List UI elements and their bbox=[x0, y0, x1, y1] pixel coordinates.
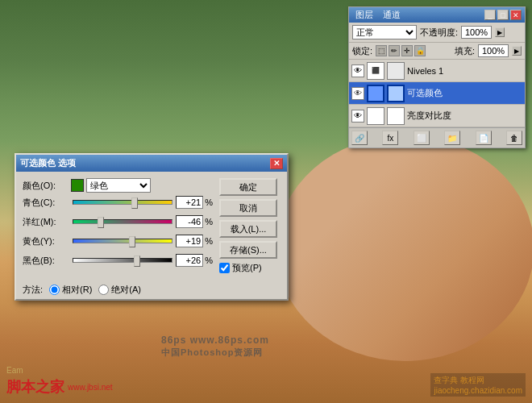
lock-transparent[interactable]: ⬚ bbox=[376, 45, 387, 56]
lock-row: 锁定: ⬚ ✏ ✛ 🔒 填充: 100% ▶ bbox=[349, 43, 525, 60]
right-url: jiaocheng.chazidian.com bbox=[434, 386, 522, 395]
preview-checkbox[interactable] bbox=[219, 263, 230, 273]
magenta-slider-track bbox=[73, 219, 172, 224]
layer-group-btn[interactable]: 📁 bbox=[444, 131, 460, 145]
preview-checkbox-row: 预览(P) bbox=[219, 262, 281, 274]
magenta-label: 洋红(M): bbox=[23, 216, 69, 228]
lock-label: 锁定: bbox=[352, 45, 372, 57]
dialog-close-btn[interactable]: ✕ bbox=[270, 158, 283, 169]
layers-panel-titlebar: 图层 通道 _ □ ✕ bbox=[349, 7, 525, 23]
black-slider-row: 黑色(B): +26 % bbox=[23, 254, 213, 267]
lock-all[interactable]: 🔒 bbox=[414, 45, 426, 56]
cyan-label: 青色(C): bbox=[23, 197, 69, 209]
yellow-value[interactable]: +19 bbox=[176, 235, 203, 247]
panel-maximize-btn[interactable]: □ bbox=[497, 10, 509, 20]
layer-fx-btn[interactable]: fx bbox=[382, 131, 398, 145]
layer-row[interactable]: 👁 亮度对比度 bbox=[349, 105, 525, 127]
save-button[interactable]: 存储(S)... bbox=[219, 241, 277, 259]
layers-panel: 图层 通道 _ □ ✕ 正常 不透明度: 100% ▶ 锁定: ⬚ ✏ ✛ 🔒 … bbox=[348, 6, 526, 148]
layer-mask-btn[interactable]: ⬜ bbox=[414, 131, 430, 145]
layer-thumbnail bbox=[367, 107, 384, 125]
yellow-slider-track bbox=[73, 239, 172, 243]
watermark-right: 查字典 教程网 jiaocheng.chazidian.com bbox=[430, 373, 526, 397]
lock-icons: ⬚ ✏ ✛ 🔒 bbox=[376, 45, 426, 56]
yellow-label: 黄色(Y): bbox=[23, 235, 69, 247]
method-relative-radio[interactable] bbox=[49, 285, 60, 295]
ok-button[interactable]: 确定 bbox=[219, 178, 277, 196]
jbsi-url: www.jbsi.net bbox=[68, 383, 113, 392]
opacity-arrow[interactable]: ▶ bbox=[495, 27, 505, 37]
yellow-slider-container bbox=[73, 239, 172, 243]
black-slider-container bbox=[73, 258, 172, 263]
layer-mask-thumb bbox=[387, 62, 405, 80]
watermark-86ps: 86ps www.86ps.com 中国Photoshop资源网 bbox=[161, 334, 269, 359]
black-slider-thumb[interactable] bbox=[134, 256, 140, 267]
layer-link-btn[interactable]: 🔗 bbox=[351, 131, 368, 145]
color-dropdown[interactable]: 绿色 bbox=[86, 178, 151, 193]
yellow-slider-row: 黄色(Y): +19 % bbox=[23, 235, 213, 247]
load-button[interactable]: 载入(L)... bbox=[219, 220, 277, 238]
cyan-slider-track bbox=[73, 200, 172, 205]
lock-move[interactable]: ✛ bbox=[401, 45, 413, 56]
method-label: 方法: bbox=[23, 284, 43, 296]
black-slider-track bbox=[73, 258, 172, 263]
panel-close-btn[interactable]: ✕ bbox=[510, 10, 522, 20]
layer-thumbnail bbox=[367, 85, 384, 102]
blend-mode-select[interactable]: 正常 bbox=[352, 25, 417, 39]
black-label: 黑色(B): bbox=[23, 255, 69, 267]
dialog-titlebar: 可选颜色 选项 ✕ bbox=[16, 155, 287, 172]
method-absolute[interactable]: 绝对(A) bbox=[98, 284, 141, 296]
method-absolute-label: 绝对(A) bbox=[111, 284, 141, 296]
layer-thumbnail: ⬛ bbox=[367, 62, 384, 80]
dialog-left-panel: 颜色(O): 绿色 青色(C): +21 % 洋红(M): bbox=[23, 178, 213, 274]
watermark-bottom-text: Eam bbox=[6, 366, 23, 375]
fill-arrow[interactable]: ▶ bbox=[512, 46, 522, 56]
magenta-value[interactable]: -46 bbox=[176, 215, 203, 228]
layer-new-btn[interactable]: 📄 bbox=[476, 131, 492, 145]
jbsi-logo: 脚本之家 bbox=[6, 377, 64, 397]
layer-mask-thumb bbox=[387, 107, 405, 125]
cyan-slider-container bbox=[73, 200, 172, 205]
layer-visibility-toggle[interactable]: 👁 bbox=[351, 87, 364, 100]
method-relative-label: 相对(R) bbox=[62, 284, 92, 296]
method-relative[interactable]: 相对(R) bbox=[49, 284, 92, 296]
color-swatch bbox=[71, 179, 84, 192]
color-select-row: 颜色(O): 绿色 bbox=[23, 178, 213, 193]
method-row: 方法: 相对(R) 绝对(A) bbox=[16, 280, 287, 299]
layer-row[interactable]: 👁 可选颜色 bbox=[349, 82, 525, 105]
preview-label: 预览(P) bbox=[232, 262, 262, 274]
black-value[interactable]: +26 bbox=[176, 254, 203, 267]
magenta-pct: % bbox=[205, 217, 213, 226]
tab-layers[interactable]: 图层 bbox=[352, 9, 376, 21]
magenta-slider-thumb[interactable] bbox=[98, 217, 104, 228]
cancel-button[interactable]: 取消 bbox=[219, 199, 277, 217]
opacity-input[interactable]: 100% bbox=[461, 26, 492, 39]
dialog-body: 颜色(O): 绿色 青色(C): +21 % 洋红(M): bbox=[16, 172, 287, 280]
selective-color-dialog: 可选颜色 选项 ✕ 颜色(O): 绿色 青色(C): +21 bbox=[15, 153, 289, 301]
fill-input[interactable]: 100% bbox=[478, 44, 509, 57]
magenta-slider-row: 洋红(M): -46 % bbox=[23, 215, 213, 228]
opacity-label: 不透明度: bbox=[420, 27, 458, 39]
fill-label: 填充: bbox=[455, 45, 475, 57]
cyan-slider-row: 青色(C): +21 % bbox=[23, 196, 213, 209]
cyan-value[interactable]: +21 bbox=[176, 196, 203, 209]
layer-visibility-toggle[interactable]: 👁 bbox=[351, 64, 364, 77]
lock-paint[interactable]: ✏ bbox=[389, 45, 400, 56]
dialog-right-panel: 确定 取消 载入(L)... 存储(S)... 预览(P) bbox=[219, 178, 281, 274]
layer-mask-thumb bbox=[387, 85, 405, 102]
color-select-label: 颜色(O): bbox=[23, 180, 71, 192]
cyan-slider-thumb[interactable] bbox=[131, 197, 138, 209]
yellow-slider-thumb[interactable] bbox=[129, 236, 135, 247]
layer-name: 亮度对比度 bbox=[407, 110, 522, 122]
layer-delete-btn[interactable]: 🗑 bbox=[506, 131, 522, 145]
panel-minimize-btn[interactable]: _ bbox=[484, 10, 496, 20]
blend-mode-row: 正常 不透明度: 100% ▶ bbox=[349, 23, 525, 43]
right-site: 查字典 教程网 bbox=[434, 375, 522, 386]
tab-channels[interactable]: 通道 bbox=[380, 9, 404, 21]
layer-name: Niveles 1 bbox=[407, 66, 522, 76]
layer-row[interactable]: 👁 ⬛ Niveles 1 bbox=[349, 60, 525, 82]
black-pct: % bbox=[205, 256, 213, 265]
method-absolute-radio[interactable] bbox=[98, 285, 109, 295]
layer-visibility-toggle[interactable]: 👁 bbox=[351, 110, 364, 123]
layers-list: 👁 ⬛ Niveles 1 👁 可选颜色 👁 亮度对比度 bbox=[349, 60, 525, 127]
